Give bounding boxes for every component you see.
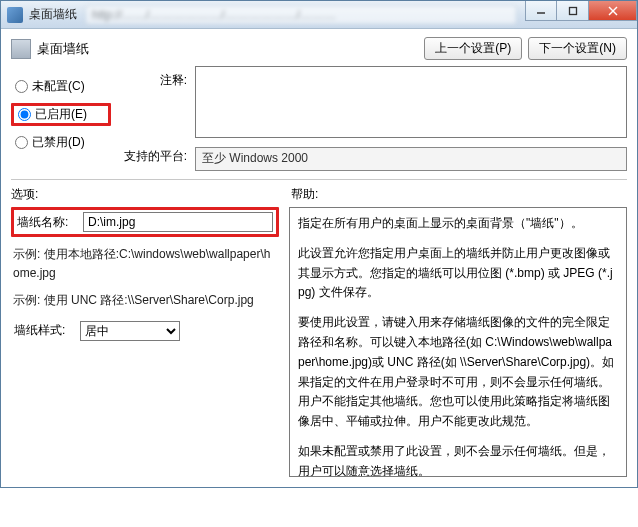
minimize-button[interactable] — [525, 1, 557, 21]
comment-textarea[interactable] — [195, 66, 627, 138]
window-title: 桌面墙纸 — [29, 6, 77, 23]
help-paragraph: 如果未配置或禁用了此设置，则不会显示任何墙纸。但是，用户可以随意选择墙纸。 — [298, 442, 618, 477]
close-button[interactable] — [589, 1, 637, 21]
radio-not-configured-input[interactable] — [15, 80, 28, 93]
address-bar-blurred: http://……/………………/………………/……… — [85, 5, 517, 25]
policy-title: 桌面墙纸 — [37, 40, 89, 58]
header-row: 桌面墙纸 上一个设置(P) 下一个设置(N) — [11, 37, 627, 60]
help-paragraph: 此设置允许您指定用户桌面上的墙纸并防止用户更改图像或其显示方式。您指定的墙纸可以… — [298, 244, 618, 303]
next-setting-button[interactable]: 下一个设置(N) — [528, 37, 627, 60]
content-area: 桌面墙纸 上一个设置(P) 下一个设置(N) 未配置(C) 已启用(E) 已禁用… — [1, 29, 637, 487]
policy-icon — [11, 39, 31, 59]
radio-enabled[interactable]: 已启用(E) — [11, 103, 111, 126]
prev-setting-button[interactable]: 上一个设置(P) — [424, 37, 522, 60]
section-labels: 选项: 帮助: — [11, 186, 627, 203]
app-icon — [7, 7, 23, 23]
radio-disabled-input[interactable] — [15, 136, 28, 149]
lower-section: 墙纸名称: 示例: 使用本地路径:C:\windows\web\wallpape… — [11, 207, 627, 477]
options-section-label: 选项: — [11, 186, 291, 203]
platform-label: 支持的平台: — [119, 148, 187, 165]
help-box[interactable]: 指定在所有用户的桌面上显示的桌面背景（"墙纸"）。 此设置允许您指定用户桌面上的… — [289, 207, 627, 477]
radio-enabled-input[interactable] — [18, 108, 31, 121]
radio-not-configured-label: 未配置(C) — [32, 78, 85, 95]
wallpaper-name-label: 墙纸名称: — [17, 214, 77, 231]
supported-platform-box: 至少 Windows 2000 — [195, 147, 627, 171]
radio-not-configured[interactable]: 未配置(C) — [11, 78, 111, 95]
upper-labels-col: 注释: 支持的平台: — [119, 66, 187, 171]
radio-enabled-label: 已启用(E) — [35, 106, 87, 123]
policy-editor-window: 桌面墙纸 http://……/………………/………………/……… 桌面墙纸 上一… — [0, 0, 638, 488]
help-paragraph: 要使用此设置，请键入用来存储墙纸图像的文件的完全限定路径和名称。可以键入本地路径… — [298, 313, 618, 432]
wallpaper-name-row: 墙纸名称: — [11, 207, 279, 237]
radio-disabled-label: 已禁用(D) — [32, 134, 85, 151]
options-panel: 墙纸名称: 示例: 使用本地路径:C:\windows\web\wallpape… — [11, 207, 279, 477]
wallpaper-name-input[interactable] — [83, 212, 273, 232]
divider — [11, 179, 627, 180]
wallpaper-style-select[interactable]: 居中 — [80, 321, 180, 341]
help-paragraph: 指定在所有用户的桌面上显示的桌面背景（"墙纸"）。 — [298, 214, 618, 234]
example-unc-path: 示例: 使用 UNC 路径:\\Server\Share\Corp.jpg — [13, 291, 277, 310]
help-section-label: 帮助: — [291, 186, 627, 203]
window-controls — [525, 1, 637, 28]
svg-rect-1 — [569, 7, 576, 14]
comment-label: 注释: — [119, 70, 187, 148]
state-radios: 未配置(C) 已启用(E) 已禁用(D) — [11, 66, 111, 171]
titlebar: 桌面墙纸 http://……/………………/………………/……… — [1, 1, 637, 29]
wallpaper-style-row: 墙纸样式: 居中 — [11, 319, 279, 343]
maximize-button[interactable] — [557, 1, 589, 21]
upper-section: 未配置(C) 已启用(E) 已禁用(D) 注释: 支持的平台: 至少 Windo… — [11, 66, 627, 171]
radio-disabled[interactable]: 已禁用(D) — [11, 134, 111, 151]
wallpaper-style-label: 墙纸样式: — [14, 322, 74, 339]
example-local-path: 示例: 使用本地路径:C:\windows\web\wallpaper\home… — [13, 245, 277, 283]
upper-boxes-col: 至少 Windows 2000 — [195, 66, 627, 171]
